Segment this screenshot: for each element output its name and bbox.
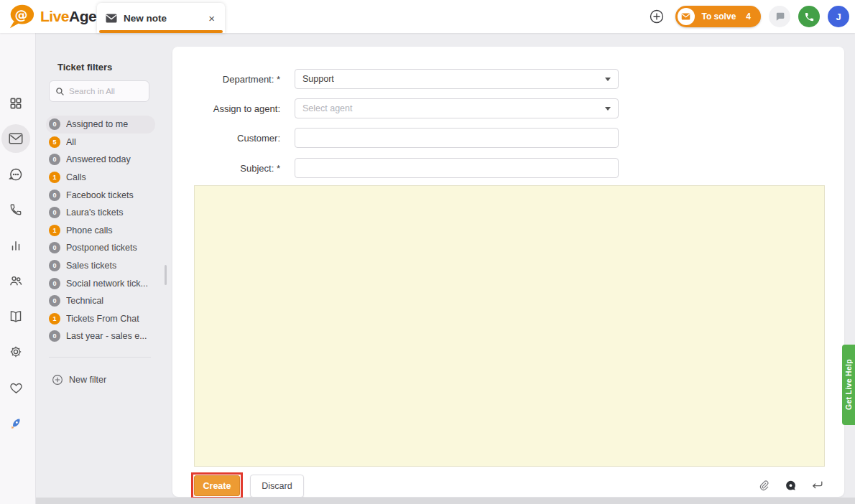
filter-badge: 0 [49, 242, 60, 253]
discard-button[interactable]: Discard [250, 475, 304, 498]
assign-agent-row: Assign to agent: Select agent [172, 98, 619, 118]
filter-label: Last year - sales e... [66, 331, 147, 341]
filter-item-tickets-from-chat[interactable]: 1Tickets From Chat [46, 310, 155, 328]
department-select[interactable]: Support [295, 69, 619, 89]
nav-dashboard-icon[interactable] [7, 95, 24, 112]
filter-item-social-network-tickets[interactable]: 0Social network tick... [46, 274, 155, 292]
filter-label: Tickets From Chat [66, 314, 139, 324]
filter-badge: 1 [49, 225, 60, 236]
chevron-down-icon [605, 78, 611, 81]
filter-label: Social network tick... [66, 279, 148, 289]
filter-badge: 0 [49, 190, 60, 201]
svg-text:@: @ [14, 7, 27, 22]
department-label: Department: * [172, 74, 295, 85]
filter-item-postponed-tickets[interactable]: 0Postponed tickets [46, 239, 155, 257]
filter-badge: 0 [49, 260, 60, 271]
create-button-highlight: Create [191, 472, 243, 499]
note-envelope-icon [106, 14, 117, 23]
filter-label: Sales tickets [66, 261, 116, 271]
filter-item-facebook-tickets[interactable]: 0Facebook tickets [46, 186, 155, 204]
user-avatar[interactable]: J [828, 6, 849, 27]
top-bar: @ LiveAgent New note × To solve 4 [0, 0, 855, 33]
nav-reports-icon[interactable] [7, 237, 24, 254]
filter-label: Laura's tickets [66, 207, 124, 218]
editor-tools [756, 477, 825, 493]
nav-getting-started-rocket-icon[interactable] [7, 415, 24, 432]
nav-chats-icon[interactable] [7, 166, 24, 183]
filter-label: Technical [66, 296, 103, 306]
get-live-help-tab[interactable]: Get Live Help [842, 345, 855, 425]
filter-label: Calls [66, 172, 86, 182]
attachment-paperclip-icon[interactable] [756, 477, 772, 493]
to-solve-button[interactable]: To solve 4 [675, 6, 761, 27]
filter-item-technical[interactable]: 0Technical [46, 292, 155, 310]
nav-tickets-icon[interactable] [7, 130, 24, 147]
filter-item-lauras-tickets[interactable]: 0Laura's tickets [46, 204, 155, 222]
chats-button[interactable] [769, 6, 790, 27]
add-button[interactable] [646, 6, 667, 27]
to-solve-count: 4 [746, 11, 751, 22]
canned-message-bubble-icon[interactable] [782, 477, 798, 493]
subject-input[interactable] [302, 163, 611, 173]
chat-bubble-icon [775, 11, 785, 22]
form-actions: Create Discard [191, 472, 304, 499]
to-solve-label: To solve [702, 11, 736, 22]
liveagent-bubble-icon: @ [6, 3, 36, 30]
assign-agent-label: Assign to agent: [172, 103, 295, 114]
assign-agent-select[interactable]: Select agent [295, 98, 619, 118]
tab-title: New note [124, 13, 200, 24]
department-value: Support [302, 74, 334, 84]
create-button[interactable]: Create [194, 475, 240, 496]
filter-item-assigned-to-me[interactable]: 0Assigned to me [46, 116, 155, 134]
nav-knowledgebase-icon[interactable] [7, 308, 24, 325]
filter-search[interactable] [49, 80, 149, 102]
nav-customers-icon[interactable] [7, 272, 24, 289]
new-filter-button[interactable]: New filter [52, 374, 106, 386]
department-row: Department: * Support [172, 69, 619, 89]
calls-button[interactable] [798, 6, 820, 27]
customer-field[interactable] [295, 128, 619, 148]
assign-agent-placeholder: Select agent [302, 103, 353, 113]
plus-circle-icon [52, 374, 63, 386]
filter-badge: 5 [49, 136, 60, 148]
window-bottom-edge [0, 498, 855, 504]
nav-favorites-icon[interactable] [7, 379, 24, 396]
customer-input[interactable] [302, 133, 611, 143]
filter-item-last-year-sales[interactable]: 0Last year - sales e... [46, 327, 155, 345]
filter-label: All [66, 137, 76, 147]
subject-field[interactable] [295, 158, 619, 178]
tab-close-icon[interactable]: × [207, 12, 216, 24]
filter-item-all[interactable]: 5All [46, 134, 155, 151]
customer-row: Customer: [172, 128, 619, 148]
filter-search-input[interactable] [69, 87, 141, 95]
get-live-help-label: Get Live Help [844, 359, 853, 410]
filter-badge: 0 [49, 118, 60, 130]
filter-label: Postponed tickets [66, 243, 137, 253]
nav-settings-icon[interactable] [7, 343, 24, 360]
filter-label: Answered today [66, 154, 131, 164]
nav-calls-icon[interactable] [7, 201, 24, 218]
to-solve-envelope-icon [678, 8, 695, 25]
new-note-form-card: Department: * Support Assign to agent: S… [172, 47, 844, 497]
chevron-down-icon [605, 107, 611, 111]
return-arrow-icon[interactable] [809, 477, 825, 493]
filter-label: Assigned to me [66, 119, 128, 129]
filter-badge: 0 [49, 330, 60, 342]
liveagent-logo[interactable]: @ LiveAgent [6, 3, 110, 30]
tab-new-note[interactable]: New note × [97, 3, 225, 33]
filter-item-answered-today[interactable]: 0Answered today [46, 151, 155, 169]
filter-badge: 0 [49, 278, 60, 289]
panel-divider [49, 357, 151, 358]
filter-badge: 0 [49, 154, 60, 165]
filter-item-sales-tickets[interactable]: 0Sales tickets [46, 257, 155, 275]
filter-badge: 1 [49, 172, 60, 183]
note-body-editor[interactable] [194, 185, 825, 467]
filter-item-calls[interactable]: 1Calls [46, 169, 155, 187]
ticket-filters-title: Ticket filters [57, 62, 112, 73]
left-icon-rail [0, 33, 36, 504]
subject-row: Subject: * [172, 158, 619, 178]
filter-scrollbar-thumb[interactable] [165, 265, 167, 285]
ticket-filters-panel: Ticket filters 0Assigned to me 5All 0Ans… [36, 33, 172, 504]
filter-item-phone-calls[interactable]: 1Phone calls [46, 222, 155, 240]
filter-badge: 1 [49, 313, 60, 325]
